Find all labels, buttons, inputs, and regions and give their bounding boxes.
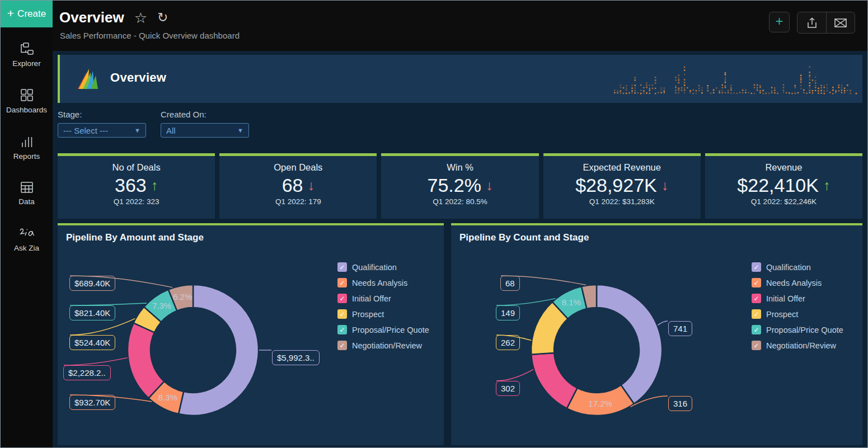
callout-leader-line (64, 358, 128, 365)
chart-panel-amount: Pipeline By Amount and Stage8.3%7.3%6.2%… (58, 223, 444, 445)
legend-item-needs-analysis[interactable]: ✓Needs Analysis (752, 278, 843, 287)
callout-initial-offer: $2,228.2.. (63, 365, 111, 380)
kpi-comparison: Q1 2022: $22,246K (705, 197, 862, 206)
legend-item-needs-analysis[interactable]: ✓Needs Analysis (337, 278, 429, 287)
trend-up-arrow-icon: ↑ (823, 177, 831, 194)
kpi-title: No of Deals (58, 162, 215, 173)
filter-label: Stage: (58, 110, 146, 119)
sidebar-item-label: Dashboards (6, 106, 47, 114)
refresh-icon[interactable]: ↻ (157, 11, 168, 24)
callout-negotiation-review: $689.40K (69, 276, 115, 291)
legend-checkbox-icon[interactable]: ✓ (337, 325, 347, 334)
kpi-title: Win % (381, 162, 538, 173)
slice-percent-label: 6.2% (173, 292, 192, 301)
sidebar-item-data[interactable]: Data (1, 181, 53, 206)
chart-body: Pipeline By Amount and Stage8.3%7.3%6.2%… (58, 225, 444, 445)
sidebar-item-dashboards[interactable]: Dashboards (1, 88, 53, 114)
callout-prospect: 262 (496, 335, 520, 350)
legend-checkbox-icon[interactable]: ✓ (752, 262, 761, 272)
chart-title: Pipeline By Amount and Stage (66, 232, 204, 243)
legend-label: Proposal/Price Quote (352, 326, 429, 334)
kpi-card-revenue[interactable]: Revenue$22,410K↑Q1 2022: $22,246K (705, 153, 862, 219)
sidebar-item-ask-zia[interactable]: Ask Zia (1, 227, 53, 252)
export-button[interactable] (797, 12, 826, 33)
page-title: Overview (59, 9, 124, 26)
sidebar-item-label: Data (18, 197, 35, 206)
donut-slice-initial-offer[interactable] (128, 323, 164, 398)
add-widget-button[interactable]: + (769, 12, 790, 32)
legend-checkbox-icon[interactable]: ✓ (752, 278, 761, 287)
trend-down-arrow-icon: ↓ (486, 177, 493, 194)
callout-needs-analysis: $932.70K (69, 395, 115, 410)
filters-bar: Stage: --- Select --- ▼ Created On: All … (58, 110, 862, 138)
legend-label: Negotiation/Review (766, 341, 836, 350)
legend-item-proposal-price-quote[interactable]: ✓Proposal/Price Quote (752, 325, 843, 334)
banner-dots-decoration (613, 59, 859, 98)
legend-item-prospect[interactable]: ✓Prospect (337, 309, 429, 319)
legend-label: Prospect (766, 310, 798, 319)
kpi-value-row: 363↑ (58, 175, 215, 196)
legend-label: Initial Offer (766, 294, 805, 303)
create-button[interactable]: + Create (1, 1, 53, 27)
filter-stage: Stage: --- Select --- ▼ (58, 110, 146, 138)
kpi-value: $22,410K (737, 175, 819, 196)
legend-item-initial-offer[interactable]: ✓Initial Offer (337, 294, 429, 303)
kpi-card-expected-revenue[interactable]: Expected Revenue$28,927K↓Q1 2022: $31,28… (543, 153, 701, 219)
legend-item-negotiation-review[interactable]: ✓Negotiation/Review (752, 341, 843, 350)
favorite-star-icon[interactable]: ☆ (134, 11, 147, 25)
sidebar-item-label: Reports (13, 152, 40, 161)
legend-item-negotiation-review[interactable]: ✓Negotiation/Review (337, 341, 429, 350)
kpi-value-row: $22,410K↑ (705, 175, 862, 196)
sidebar-item-label: Explorer (12, 59, 40, 68)
kpi-card-win-[interactable]: Win %75.2%↓Q1 2022: 80.5% (381, 153, 538, 219)
kpi-comparison: Q1 2022: 80.5% (381, 197, 538, 206)
dashboards-icon (20, 88, 34, 102)
legend-label: Negotiation/Review (352, 341, 422, 350)
created-on-select[interactable]: All ▼ (161, 123, 249, 138)
legend-item-initial-offer[interactable]: ✓Initial Offer (752, 294, 843, 303)
legend-label: Prospect (352, 310, 384, 319)
legend-checkbox-icon[interactable]: ✓ (752, 309, 761, 319)
kpi-comparison: Q1 2022: $31,283K (543, 197, 701, 206)
legend-checkbox-icon[interactable]: ✓ (337, 309, 347, 319)
kpi-card-no-of-deals[interactable]: No of Deals363↑Q1 2022: 323 (58, 153, 215, 219)
legend-item-prospect[interactable]: ✓Prospect (752, 309, 843, 319)
sidebar: + Create Explorer Dashboards (1, 1, 53, 447)
legend-item-qualification[interactable]: ✓Qualification (337, 262, 429, 272)
legend-item-qualification[interactable]: ✓Qualification (752, 262, 843, 272)
sidebar-item-reports[interactable]: Reports (1, 135, 53, 161)
legend-checkbox-icon[interactable]: ✓ (337, 262, 347, 272)
legend-checkbox-icon[interactable]: ✓ (752, 294, 761, 303)
kpi-value: 363 (115, 175, 147, 196)
kpi-value: 75.2% (428, 175, 481, 196)
kpi-card-open-deals[interactable]: Open Deals68↓Q1 2022: 179 (219, 153, 377, 219)
created-on-select-value: All (166, 126, 237, 135)
legend-label: Needs Analysis (766, 279, 822, 287)
explorer-icon (20, 42, 34, 55)
reports-icon (20, 135, 34, 148)
dashboard-content: Overview Stage: --- Select --- ▼ Created… (53, 51, 867, 447)
callout-leader-line (70, 319, 135, 335)
donut-slice-qualification[interactable] (597, 285, 662, 404)
legend-checkbox-icon[interactable]: ✓ (337, 294, 347, 303)
filter-label: Created On: (161, 110, 249, 119)
kpi-row: No of Deals363↑Q1 2022: 323Open Deals68↓… (58, 153, 862, 219)
stage-select[interactable]: --- Select --- ▼ (58, 123, 146, 138)
email-icon (834, 17, 847, 29)
callout-leader-line (496, 299, 556, 305)
plus-icon: + (7, 7, 14, 20)
chart-body: Pipeline By Count and Stage17.2%8.1%7413… (451, 225, 862, 445)
legend-item-proposal-price-quote[interactable]: ✓Proposal/Price Quote (337, 325, 429, 334)
legend-checkbox-icon[interactable]: ✓ (337, 341, 347, 350)
legend-checkbox-icon[interactable]: ✓ (752, 341, 761, 350)
chart-legend: ✓Qualification✓Needs Analysis✓Initial Of… (337, 262, 429, 356)
legend-checkbox-icon[interactable]: ✓ (337, 278, 347, 287)
sidebar-item-explorer[interactable]: Explorer (1, 42, 53, 68)
email-button[interactable] (826, 12, 855, 33)
donut-slice-initial-offer[interactable] (531, 353, 577, 408)
callout-initial-offer: 302 (496, 381, 520, 396)
callout-leader-line (496, 369, 533, 381)
legend-checkbox-icon[interactable]: ✓ (752, 325, 761, 334)
kpi-value: $28,927K (575, 175, 657, 196)
kpi-value-row: $28,927K↓ (543, 175, 701, 196)
